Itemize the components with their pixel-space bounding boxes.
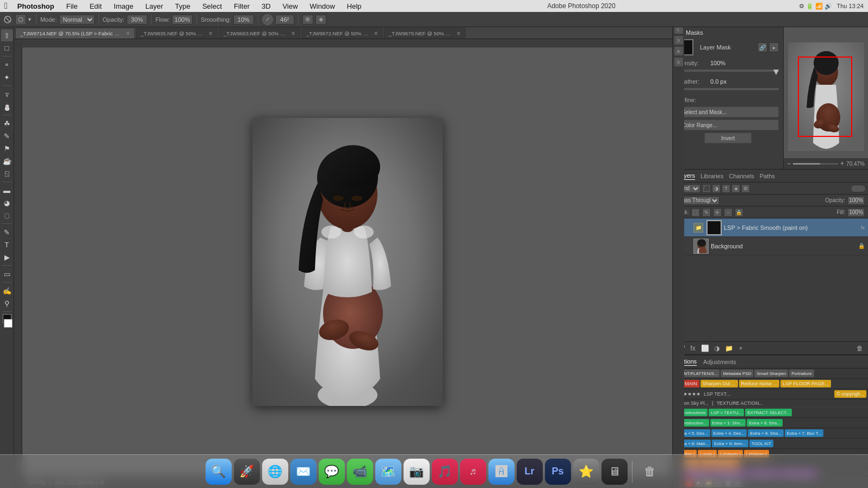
menu-edit[interactable]: Edit [88, 1, 104, 11]
dock-facetime[interactable]: 📹 [347, 459, 373, 485]
stamp-tool[interactable]: ⚑ [1, 142, 13, 154]
menu-file[interactable]: File [64, 1, 80, 11]
zoom-plus[interactable]: + [840, 160, 844, 167]
tab-channels[interactable]: Channels [729, 173, 754, 179]
doc-tab-1[interactable]: _TJW9835.NEF @ 50% (RGB/16) ✕ [136, 28, 218, 39]
menu-window[interactable]: Window [308, 1, 337, 11]
brush-tool[interactable]: ✎ [1, 130, 13, 142]
menu-view[interactable]: View [281, 1, 300, 11]
tab-adjustments[interactable]: Adjustments [703, 359, 736, 365]
dock-photoshop[interactable]: Ps [545, 459, 571, 485]
dock-music[interactable]: 🎵 [432, 459, 458, 485]
action-sharpen-out[interactable]: Sharpen Out ... [700, 380, 738, 387]
lock-all[interactable]: 🔒 [735, 208, 743, 217]
action-btn-sharpen[interactable]: Smart Sharpen [754, 370, 788, 377]
blur-tool[interactable]: ◕ [1, 197, 13, 209]
history-brush[interactable]: ☕ [1, 155, 13, 167]
dock-maps[interactable]: 🗺️ [375, 459, 401, 485]
new-fill-adjustment-btn[interactable]: ◑ [712, 343, 722, 353]
close-tab-1[interactable]: ✕ [208, 30, 213, 36]
action-lsp-floor[interactable]: LSP FLOOR PAGE... [780, 380, 831, 387]
lasso-tool[interactable]: ⚬ [1, 59, 13, 71]
type-tool[interactable]: T [1, 239, 13, 251]
menu-type[interactable]: Type [173, 1, 193, 11]
move-tool[interactable]: ⇧ [1, 29, 13, 41]
panel-toggle-3d[interactable]: 3 [674, 36, 683, 45]
opacity-input-layers[interactable] [847, 196, 865, 205]
apple-logo[interactable]:  [4, 1, 8, 11]
gradient-tool[interactable]: ▬ [1, 184, 13, 196]
menu-layer[interactable]: Layer [143, 1, 165, 11]
quick-select-tool[interactable]: ✦ [1, 71, 13, 83]
select-and-mask-btn[interactable]: Select and Mask... [677, 107, 779, 117]
filter-adjustment[interactable]: ◑ [712, 184, 721, 193]
delete-layer-btn[interactable]: 🗑 [855, 343, 865, 353]
zoom-slider[interactable] [793, 163, 838, 165]
layer-mask-thumb-0[interactable] [706, 220, 722, 235]
close-tab-4[interactable]: ✕ [456, 30, 461, 36]
action-extra8matt[interactable]: Extra + 9: Item... [712, 440, 748, 447]
menu-photoshop[interactable]: Photoshop [15, 1, 57, 11]
smoothing-input[interactable] [233, 15, 254, 24]
menu-help[interactable]: Help [345, 1, 364, 11]
doc-tab-4[interactable]: _TJW9679.NEF @ 50% (RGB/16) ✕ [384, 28, 466, 39]
lock-transparent[interactable]: ⬚ [691, 208, 700, 217]
add-mask-btn[interactable]: ⬜ [700, 343, 710, 353]
zoom-tool[interactable]: ⚲ [1, 297, 13, 309]
shape-tool[interactable]: ▭ [1, 268, 13, 280]
action-extra9item[interactable]: TOOL KIT [749, 440, 773, 447]
filter-smart[interactable]: ⚙ [741, 184, 750, 193]
panel-toggle-adjust[interactable]: A [674, 47, 683, 55]
filter-shape[interactable]: ◈ [731, 184, 740, 193]
dock-finder[interactable]: 🔍 [206, 459, 232, 485]
action-extra4des[interactable]: Extra + 8. Sha... [748, 429, 784, 437]
invert-btn[interactable]: Invert [704, 133, 752, 143]
airbrush-toggle[interactable]: ⊕ [302, 15, 313, 24]
eyedropper-tool[interactable]: ⛄ [1, 101, 13, 112]
dock-itunes[interactable]: ♬ [460, 459, 486, 485]
link-mask-btn[interactable]: 🔗 [758, 42, 767, 52]
close-tab-2[interactable]: ✕ [291, 30, 295, 36]
filter-type[interactable]: T [722, 184, 730, 193]
doc-tab-3[interactable]: _TJW9672.NEF @ 50% (RGB/16) ✕ [301, 28, 383, 39]
filter-toggle[interactable] [851, 185, 866, 192]
dock-trash[interactable]: 🗑 [637, 459, 663, 485]
crop-tool[interactable]: ⍒ [1, 88, 13, 100]
dock-safari[interactable]: 🌐 [262, 459, 288, 485]
density-slider-track[interactable] [677, 70, 779, 72]
menu-3d[interactable]: 3D [259, 1, 273, 11]
opacity-input[interactable] [127, 15, 147, 24]
dock-appstore[interactable]: 🅰 [488, 459, 514, 485]
tab-paths[interactable]: Paths [760, 173, 775, 179]
mode-select[interactable]: Normal [59, 15, 95, 24]
angle-control[interactable] [262, 14, 273, 25]
dock-lightroom[interactable]: Lr [517, 459, 543, 485]
hand-tool[interactable]: ✍ [1, 285, 13, 297]
angle-input[interactable] [275, 15, 294, 24]
menu-image[interactable]: Image [111, 1, 135, 11]
dock-messages[interactable]: 💬 [319, 459, 345, 485]
action-btn-metadata[interactable]: Metadata PSD [721, 370, 753, 377]
action-lsp-textu[interactable]: EXTRACT: SELECT... [745, 409, 792, 416]
menu-select[interactable]: Select [200, 1, 224, 11]
dock-mail[interactable]: ✉️ [290, 459, 317, 485]
marquee-tool[interactable]: □ [1, 42, 13, 54]
healing-tool[interactable]: ☘ [1, 117, 13, 129]
doc-tab-0[interactable]: _TJW9714.NEF @ 70.5% (LSP > Fabric Smoot… [15, 28, 135, 39]
feather-slider-track[interactable] [677, 88, 779, 90]
lock-position[interactable]: ✛ [713, 208, 722, 217]
new-group-btn[interactable]: 📁 [724, 343, 734, 353]
action-t-instructions[interactable]: LSP > TEXTU... [709, 409, 744, 416]
background-color[interactable] [4, 319, 13, 328]
zoom-minus[interactable]: − [787, 160, 791, 167]
close-tab-0[interactable]: ✕ [126, 30, 130, 36]
fill-input[interactable] [847, 208, 865, 217]
action-reduce-noise[interactable]: Reduce Noise ... [739, 380, 780, 387]
close-tab-3[interactable]: ✕ [374, 30, 378, 36]
add-style-btn[interactable]: fx [688, 343, 698, 353]
action-extra8sha2[interactable]: Extra + 7. Blur T... [785, 429, 824, 437]
dock-launchpad[interactable]: 🚀 [234, 459, 260, 485]
lock-artboard[interactable]: ▫ [724, 208, 733, 217]
filter-pixel[interactable]: ⬛ [702, 184, 711, 193]
tool-preset-picker[interactable]: ▼ [15, 14, 32, 25]
